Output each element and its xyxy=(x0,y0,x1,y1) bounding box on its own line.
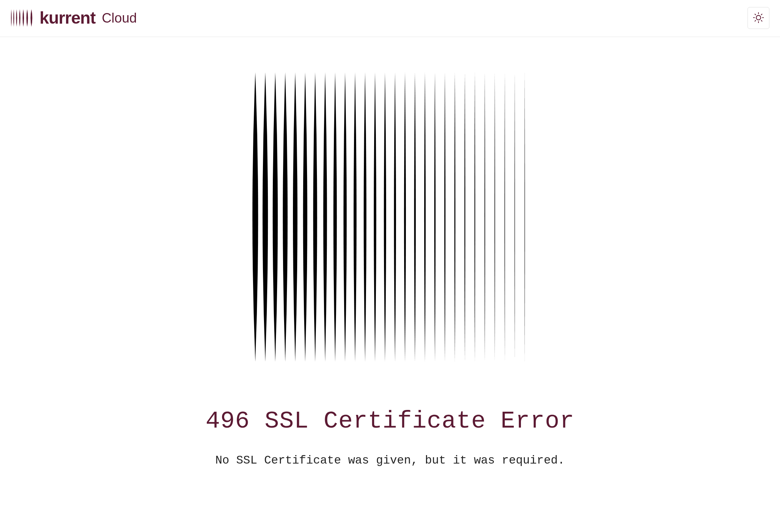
svg-line-8 xyxy=(761,14,762,14)
svg-line-7 xyxy=(755,20,756,21)
error-title: 496 SSL Certificate Error xyxy=(205,407,574,435)
svg-line-4 xyxy=(761,20,762,21)
error-message: No SSL Certificate was given, but it was… xyxy=(215,454,565,467)
brand-bars-icon xyxy=(11,9,35,27)
page-header: kurrent Cloud xyxy=(0,0,780,37)
sun-icon xyxy=(752,12,764,25)
theme-toggle-button[interactable] xyxy=(748,7,769,29)
svg-line-3 xyxy=(755,14,756,14)
brand-name: kurrent xyxy=(40,10,95,26)
main-content: 496 SSL Certificate Error No SSL Certifi… xyxy=(0,37,780,467)
brand-logo[interactable]: kurrent Cloud xyxy=(11,9,137,27)
svg-point-0 xyxy=(756,15,761,20)
brand-suffix: Cloud xyxy=(102,11,137,25)
error-bars-graphic xyxy=(245,72,535,362)
